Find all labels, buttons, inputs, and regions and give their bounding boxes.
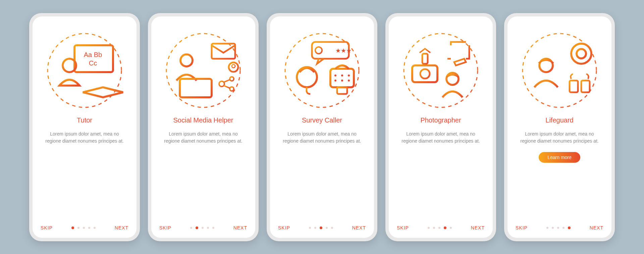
phone-frame: ★★★ Survey Caller Lorem ipsum dolor amet… <box>267 13 377 241</box>
svg-point-27 <box>341 80 343 82</box>
phone-frame: Photographer Lorem ipsum dolor amet, mea… <box>385 13 496 241</box>
screen-description: Lorem ipsum dolor amet, mea no regione d… <box>282 131 362 145</box>
page-indicator <box>71 226 96 229</box>
photographer-icon <box>399 29 483 112</box>
next-button[interactable]: NEXT <box>471 225 485 231</box>
dot <box>433 227 435 229</box>
screen-title: Survey Caller <box>302 116 342 124</box>
dot <box>77 227 79 229</box>
svg-point-10 <box>180 54 193 66</box>
svg-point-24 <box>341 74 343 77</box>
dot <box>196 226 198 229</box>
dot <box>428 227 430 229</box>
screen: Lifeguard Lorem ipsum dolor amet, mea no… <box>507 16 611 238</box>
skip-button[interactable]: SKIP <box>516 225 528 231</box>
dot <box>202 227 204 229</box>
svg-rect-44 <box>570 81 578 92</box>
svg-line-16 <box>224 86 230 88</box>
svg-point-38 <box>577 49 586 58</box>
svg-point-17 <box>285 34 359 107</box>
lifeguard-icon <box>518 29 601 112</box>
svg-rect-11 <box>180 79 212 97</box>
screen: Photographer Lorem ipsum dolor amet, mea… <box>389 16 493 238</box>
dot <box>552 227 554 229</box>
social-media-icon <box>161 29 245 112</box>
svg-text:★★★: ★★★ <box>335 47 352 54</box>
svg-line-15 <box>224 80 230 82</box>
dot <box>331 227 333 229</box>
dot <box>314 227 316 229</box>
next-button[interactable]: NEXT <box>590 225 603 231</box>
svg-rect-31 <box>412 65 437 82</box>
skip-button[interactable]: SKIP <box>41 225 53 231</box>
svg-text:Aa Bb: Aa Bb <box>84 51 102 58</box>
skip-button[interactable]: SKIP <box>159 225 171 231</box>
svg-rect-7 <box>212 44 235 59</box>
screen-description: Lorem ipsum dolor amet, mea no regione d… <box>163 131 244 145</box>
svg-point-28 <box>348 80 350 82</box>
svg-point-13 <box>230 77 234 81</box>
footer-nav: SKIP NEXT <box>516 225 603 231</box>
dot <box>190 227 192 229</box>
svg-point-9 <box>232 64 235 68</box>
dot <box>444 226 446 229</box>
dot <box>320 226 322 229</box>
svg-point-30 <box>404 34 478 107</box>
phone-frame: Social Media Helper Lorem ipsum dolor am… <box>148 13 259 241</box>
svg-rect-45 <box>581 81 590 92</box>
svg-point-19 <box>315 47 322 54</box>
dot <box>562 227 565 229</box>
svg-point-32 <box>420 69 430 79</box>
svg-point-8 <box>229 62 238 72</box>
screen: Social Media Helper Lorem ipsum dolor am… <box>151 16 255 238</box>
svg-rect-33 <box>422 54 428 64</box>
skip-button[interactable]: SKIP <box>278 225 290 231</box>
svg-point-23 <box>334 74 336 77</box>
footer-nav: SKIP NEXT <box>278 225 366 231</box>
screen-description: Lorem ipsum dolor amet, mea no regione d… <box>519 131 600 145</box>
screen: Aa Bb Cc Tutor Lorem ipsum dolor amet, m… <box>33 16 137 238</box>
next-button[interactable]: NEXT <box>352 225 366 231</box>
phone-frame: Aa Bb Cc Tutor Lorem ipsum dolor amet, m… <box>29 13 140 241</box>
dot <box>450 227 452 229</box>
page-indicator <box>309 226 333 229</box>
page-indicator <box>428 226 452 229</box>
svg-rect-1 <box>74 45 113 72</box>
svg-point-12 <box>219 81 224 87</box>
dot <box>546 227 548 229</box>
svg-point-21 <box>297 67 317 87</box>
screen-title: Lifeguard <box>545 116 573 124</box>
page-indicator <box>546 226 571 229</box>
screen-description: Lorem ipsum dolor amet, mea no regione d… <box>44 131 125 145</box>
dot <box>83 227 85 229</box>
dot <box>438 227 440 229</box>
onboarding-set: Aa Bb Cc Tutor Lorem ipsum dolor amet, m… <box>19 3 625 251</box>
footer-nav: SKIP NEXT <box>159 225 247 231</box>
dot <box>568 226 571 229</box>
survey-caller-icon: ★★★ <box>280 29 364 112</box>
dot <box>326 227 328 229</box>
screen-title: Photographer <box>420 116 461 124</box>
screen-title: Tutor <box>77 116 92 124</box>
svg-point-26 <box>334 80 336 82</box>
dot <box>207 227 209 229</box>
svg-point-14 <box>230 87 234 91</box>
phone-frame: Lifeguard Lorem ipsum dolor amet, mea no… <box>504 13 615 241</box>
dot <box>94 227 96 229</box>
dot <box>88 227 90 229</box>
dot <box>557 227 559 229</box>
next-button[interactable]: NEXT <box>233 225 247 231</box>
learn-more-button[interactable]: Learn more <box>539 152 580 163</box>
screen-description: Lorem ipsum dolor amet, mea no regione d… <box>400 131 481 145</box>
svg-text:Cc: Cc <box>89 59 97 67</box>
dot <box>71 226 74 229</box>
dot <box>309 227 311 229</box>
footer-nav: SKIP NEXT <box>41 225 128 231</box>
skip-button[interactable]: SKIP <box>397 225 409 231</box>
screen-title: Social Media Helper <box>173 116 233 124</box>
svg-point-25 <box>348 74 350 77</box>
dot <box>212 227 214 229</box>
screen: ★★★ Survey Caller Lorem ipsum dolor amet… <box>270 16 374 238</box>
next-button[interactable]: NEXT <box>115 225 128 231</box>
page-indicator <box>190 226 214 229</box>
